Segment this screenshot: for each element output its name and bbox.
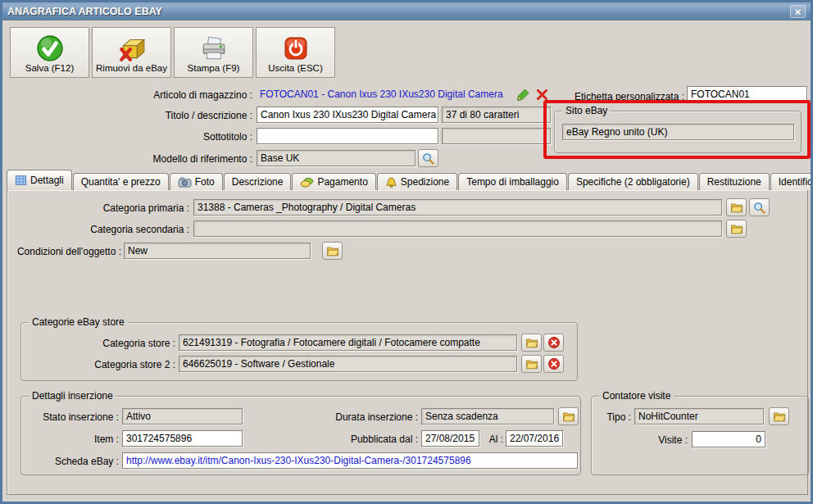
sottotitolo-input[interactable]	[257, 128, 438, 144]
tab-label: Specifiche (2 obbligatorie)	[576, 176, 690, 188]
tab-foto[interactable]: Foto	[170, 173, 223, 190]
categoria-store-folder-button[interactable]	[521, 334, 542, 352]
categoria-store2-field: 646625019 - Software / Gestionale	[179, 356, 517, 372]
sottotitolo-char-counter	[442, 128, 551, 144]
stato-inserzione-field: Attivo	[122, 408, 243, 425]
tab-dettagli[interactable]: Dettagli	[7, 170, 72, 190]
contatore-visite-groupbox: Contatore visite Tipo : NoHitCounter Vis…	[591, 396, 809, 475]
remove-button-label: Rimuovi da eBay	[96, 63, 167, 73]
categoria-store2-cancel-button[interactable]	[543, 355, 564, 373]
tab-specifiche[interactable]: Specifiche (2 obbligatorie)	[568, 173, 698, 190]
visite-input[interactable]: 0	[692, 431, 765, 447]
tab-label: Identificatori prodotto	[779, 176, 813, 188]
ebay-article-window: ANAGRAFICA ARTICOLO EBAY × Salva (F12)	[0, 0, 813, 504]
categoria-store-field: 621491319 - Fotografia / Fotocamere digi…	[179, 334, 517, 351]
close-icon[interactable]: ×	[790, 5, 806, 18]
categoria-secondaria-label: Categoria secondaria :	[7, 221, 189, 238]
sottotitolo-label: Sottotitolo :	[2, 129, 252, 145]
sito-ebay-groupbox: Sito eBay eBay Regno unito (UK)	[554, 111, 802, 153]
folder-icon	[730, 224, 743, 234]
stato-inserzione-label: Stato inserzione :	[21, 409, 119, 425]
dettagli-inserzione-group-label: Dettagli inserzione	[29, 390, 116, 402]
durata-folder-button[interactable]	[558, 407, 579, 425]
dettagli-tab-panel: Categoria primaria : 31388 - Cameras _Ph…	[7, 189, 808, 495]
tab-tempo-di-imballaggio[interactable]: Tempo di imballaggio	[458, 173, 567, 190]
dettagli-inserzione-groupbox: Dettagli inserzione Stato inserzione : A…	[20, 396, 581, 475]
check-circle-icon	[36, 33, 64, 63]
tab-identificatori-prodotto[interactable]: Identificatori prodotto	[770, 173, 813, 190]
modello-search-button[interactable]	[418, 149, 438, 167]
categoria-primaria-search-button[interactable]	[749, 198, 770, 216]
categoria-store2-folder-button[interactable]	[521, 355, 542, 373]
categoria-store-label: Categoria store :	[21, 335, 175, 352]
folder-icon	[525, 359, 538, 370]
tab-strip: Dettagli Quantita' e prezzo Foto Descriz…	[7, 170, 813, 190]
tab-label: Descrizione	[232, 176, 284, 188]
tipo-folder-button[interactable]	[769, 407, 789, 425]
al-input[interactable]: 22/07/2016	[506, 430, 563, 447]
durata-inserzione-field: Senza scadenza	[421, 408, 554, 425]
printer-icon	[199, 33, 229, 63]
tab-label: Restituzione	[707, 176, 761, 188]
remove-box-icon	[117, 33, 147, 63]
tab-spedizione[interactable]: Spedizione	[377, 173, 457, 190]
tipo-label: Tipo :	[598, 409, 631, 425]
categoria-store-cancel-button[interactable]	[543, 334, 564, 352]
titolo-input[interactable]: Canon Ixus 230 IXus230 Digital Camera	[257, 107, 438, 123]
tab-quantita-e-prezzo[interactable]: Quantita' e prezzo	[73, 173, 169, 190]
condizioni-folder-button[interactable]	[322, 242, 343, 260]
shipping-icon	[385, 177, 397, 188]
magnifier-icon	[752, 201, 766, 215]
toolbar: Salva (F12) Rimuovi da eBay	[10, 27, 335, 78]
categorie-store-group-label: Categorie eBay store	[29, 316, 128, 328]
save-button[interactable]: Salva (F12)	[10, 27, 89, 78]
al-label: Al :	[482, 431, 503, 447]
contatore-visite-group-label: Contatore visite	[599, 390, 674, 402]
folder-icon	[525, 338, 538, 348]
save-button-label: Salva (F12)	[25, 63, 74, 73]
remove-from-ebay-button[interactable]: Rimuovi da eBay	[92, 27, 171, 78]
print-button[interactable]: Stampa (F9)	[174, 27, 253, 78]
grid-icon	[15, 175, 27, 186]
pubblicata-dal-input[interactable]: 27/08/2015	[421, 430, 479, 447]
tab-descrizione[interactable]: Descrizione	[224, 173, 292, 190]
cancel-circle-icon	[547, 336, 561, 349]
exit-button[interactable]: Uscita (ESC)	[256, 27, 335, 78]
categoria-primaria-folder-button[interactable]	[726, 198, 747, 216]
tab-label: Quantita' e prezzo	[81, 176, 161, 188]
categoria-secondaria-folder-button[interactable]	[726, 220, 747, 238]
edit-pencil-icon[interactable]	[516, 87, 532, 102]
folder-icon	[773, 411, 786, 422]
tab-pagamento[interactable]: Pagamento	[292, 173, 375, 190]
magnifier-icon	[421, 152, 435, 166]
articolo-value-link[interactable]: FOTOCAN01 - Canon Ixus 230 IXus230 Digit…	[257, 87, 516, 103]
power-icon	[283, 33, 309, 63]
pubblicata-dal-label: Pubblicata dal :	[267, 431, 418, 447]
tab-label: Dettagli	[30, 175, 64, 186]
item-label: Item :	[21, 431, 119, 447]
tab-restituzione[interactable]: Restituzione	[699, 173, 770, 190]
tab-label: Spedizione	[401, 176, 449, 188]
title-bar: ANAGRAFICA ARTICOLO EBAY ×	[2, 2, 811, 20]
titolo-label: Titolo / descrizione :	[2, 107, 252, 124]
durata-inserzione-label: Durata inserzione :	[267, 409, 418, 425]
categoria-primaria-label: Categoria primaria :	[7, 200, 189, 216]
scheda-ebay-label: Scheda eBay :	[21, 453, 119, 470]
visite-label: Visite :	[625, 432, 688, 448]
modello-field: Base UK	[257, 150, 416, 166]
camera-icon	[178, 177, 192, 188]
categorie-store-groupbox: Categorie eBay store Categoria store : 6…	[20, 322, 578, 381]
tipo-field: NoHitCounter	[634, 408, 764, 425]
condizioni-field: New	[124, 243, 311, 259]
folder-icon	[562, 411, 575, 422]
tab-label: Foto	[195, 176, 215, 188]
articolo-label: Articolo di magazzino :	[2, 87, 252, 103]
categoria-secondaria-field	[193, 220, 722, 237]
sito-ebay-group-label: Sito eBay	[562, 105, 611, 116]
scheda-ebay-link[interactable]: http://www.ebay.it/itm/Canon-Ixus-230-IX…	[122, 452, 578, 469]
etichetta-input[interactable]: FOTOCAN01	[687, 86, 807, 102]
etichetta-label: Etichetta personalizzata :	[543, 89, 684, 105]
cancel-circle-icon	[547, 357, 561, 370]
item-input[interactable]: 301724575896	[122, 430, 243, 447]
folder-icon	[326, 246, 339, 257]
